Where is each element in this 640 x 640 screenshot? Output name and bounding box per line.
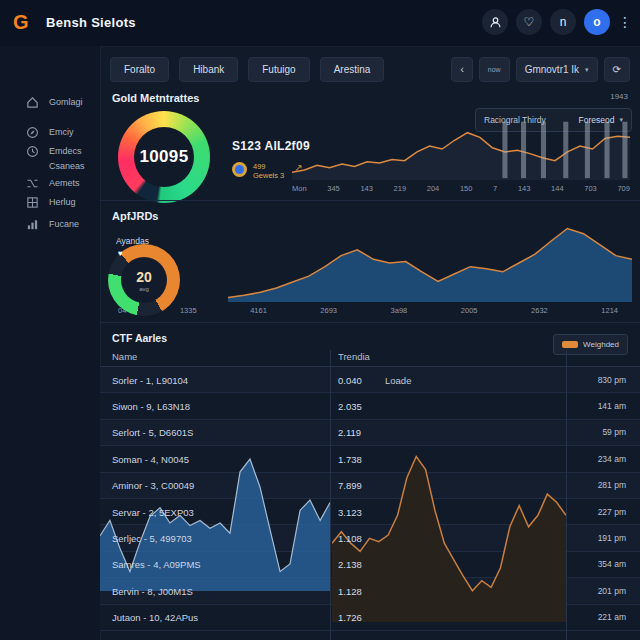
chart-icon (26, 218, 39, 231)
tick: 1214 (601, 306, 618, 315)
row-load: Loade (385, 374, 411, 385)
row-trend: 1.738 (338, 453, 362, 464)
row-trend: 1.128 (338, 585, 362, 596)
requests-x-axis: 04 1335 4161 2693 3a98 2005 2632 1214 (118, 306, 618, 315)
table-row: Sorler - 1, L90104 0.040 Loade 830 pm (100, 367, 640, 393)
table-row: Samres - 4, A09PMS 2.138 354 am (100, 552, 640, 578)
tick: 709 (617, 184, 630, 193)
chevron-down-icon: ▾ (585, 66, 589, 74)
sidebar-item-gomlagi[interactable]: Gomlagi (26, 94, 83, 110)
now-button[interactable]: now (479, 57, 510, 82)
tick: 2693 (320, 306, 337, 315)
row-name: Jutaon - 10, 42APus (112, 612, 198, 623)
tick: 3a98 (391, 306, 408, 315)
sidebar-item-emdecs[interactable]: Emdecs (26, 143, 82, 159)
gold-gauge: 10095 (118, 111, 210, 203)
legend-label: Weighded (583, 340, 619, 349)
row-trend: 1.726 (338, 612, 362, 623)
row-name: Sorler - 1, L90104 (112, 374, 188, 385)
table-row: Servar - 2, 5EXP03 3.123 227 pm (100, 499, 640, 525)
table-row: Bervin - 8, J00M1S 1.128 201 pm (100, 578, 640, 604)
metrics-table: Sorler - 1, L90104 0.040 Loade 830 pm Si… (100, 367, 640, 631)
row-trend: 2.119 (338, 427, 361, 438)
legend-weighted[interactable]: Weighded (553, 334, 628, 355)
o-glyph: o (593, 15, 600, 29)
table-row: Jutaon - 10, 42APus 1.726 221 am (100, 605, 640, 631)
coin-label: Gewels 3 (253, 171, 284, 180)
row-name: Soman - 4, N0045 (112, 453, 189, 464)
refresh-button[interactable]: ⟳ (604, 57, 630, 82)
row-name: Aminor - 3, C00049 (112, 480, 194, 491)
panel-title-gold-metrics[interactable]: Gold Metntrattes (112, 92, 199, 104)
sidebar-item-csaneas[interactable]: Csaneas (49, 158, 85, 174)
heart-glyph: ♡ (524, 15, 535, 29)
table-row: Serlort - 5, D6601S 2.119 59 pm (100, 420, 640, 446)
row-name: Servar - 2, 5EXP03 (112, 506, 194, 517)
toolbar-right: ‹ now Gmnovtr1 Ik ▾ ⟳ (451, 57, 630, 82)
app-logo[interactable]: G (13, 11, 29, 34)
tick: 4161 (250, 306, 267, 315)
gold-gauge-value: 10095 (140, 147, 189, 167)
coin-icon (232, 162, 247, 177)
table-row: Serljec - 5, 499703 1.108 191 pm (100, 525, 640, 551)
kebab-menu-icon[interactable]: ⋮ (618, 14, 632, 30)
user-icon[interactable] (482, 9, 508, 35)
tick: 2632 (531, 306, 548, 315)
sidebar-item-aemets[interactable]: Aemets (26, 175, 80, 191)
tab-foralto[interactable]: Foralto (110, 57, 169, 82)
tick: 143 (518, 184, 531, 193)
app-title: Bensh Sielots (46, 15, 136, 30)
row-time: 234 am (598, 454, 626, 464)
sidebar-item-emciy[interactable]: Emciy (26, 124, 74, 140)
notifications-icon[interactable]: n (550, 9, 576, 35)
tab-arestina[interactable]: Arestina (320, 57, 385, 82)
tab-futuigo[interactable]: Futuigo (248, 57, 309, 82)
tick: 703 (584, 184, 597, 193)
panel-title-table[interactable]: CTF Aarles (112, 332, 167, 344)
row-trend: 1.108 (338, 533, 362, 544)
row-name: Samres - 4, A09PMS (112, 559, 201, 570)
tick: Mon (292, 184, 307, 193)
row-trend: 2.138 (338, 559, 362, 570)
sidebar-item-herlug[interactable]: Herlug (26, 194, 76, 210)
column-header-name: Name (112, 351, 137, 362)
row-name: Serljec - 5, 499703 (112, 533, 192, 544)
header-icons: ♡ n o (482, 9, 610, 35)
tick: 150 (460, 184, 473, 193)
legend-swatch (562, 341, 578, 348)
tick: 2005 (461, 306, 478, 315)
back-button[interactable]: ‹ (451, 57, 472, 82)
sidebar-item-label: Fucane (49, 219, 79, 229)
row-time: 221 am (598, 612, 626, 622)
clock-icon (26, 145, 39, 158)
tick: 345 (327, 184, 340, 193)
sidebar-item-label: Emdecs (49, 146, 82, 156)
row-time: 201 pm (598, 586, 626, 596)
column-header-trend: Trendia (338, 351, 370, 362)
requests-area-chart (228, 224, 632, 302)
row-trend: 7.899 (338, 480, 362, 491)
tick: 144 (551, 184, 564, 193)
time-range-picker[interactable]: Gmnovtr1 Ik ▾ (516, 57, 598, 82)
gold-line-chart (292, 118, 630, 180)
sidebar-item-label: Herlug (49, 197, 76, 207)
row-name: Serlort - 5, D6601S (112, 427, 193, 438)
table-row: Siwon - 9, L63N18 2.035 141 am (100, 393, 640, 419)
row-trend: 0.040 (338, 374, 362, 385)
home-icon (26, 96, 39, 109)
sidebar-item-label: Emciy (49, 127, 74, 137)
heart-icon[interactable]: ♡ (516, 9, 542, 35)
row-time: 227 pm (598, 507, 626, 517)
panel-title-requests[interactable]: ApfJRDs (112, 210, 158, 222)
tab-hibank[interactable]: Hibank (179, 57, 238, 82)
row-time: 354 am (598, 559, 626, 569)
grid-icon (26, 196, 39, 209)
row-trend: 2.035 (338, 401, 362, 412)
sidebar-item-fucane[interactable]: Fucane (26, 216, 79, 232)
profile-avatar[interactable]: o (584, 9, 610, 35)
sidebar: Gomlagi Emciy Emdecs Csaneas Aemets Herl… (0, 46, 101, 640)
row-time: 141 am (598, 401, 626, 411)
tick: 143 (360, 184, 373, 193)
gold-x-axis: Mon 345 143 219 204 150 7 143 144 703 70… (292, 184, 630, 193)
coin-value: 499 (253, 162, 284, 171)
